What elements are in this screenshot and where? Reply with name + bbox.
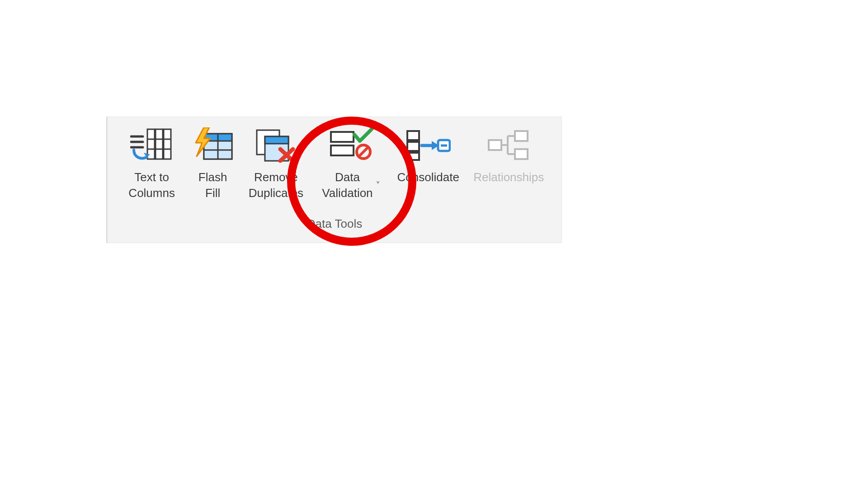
ribbon-group-data-tools: Text toColumns: [106, 117, 562, 243]
svg-rect-25: [331, 145, 354, 155]
ribbon-group-name: Data Tools: [107, 217, 562, 243]
text-to-columns-label: Text toColumns: [128, 169, 175, 201]
svg-rect-21: [265, 136, 288, 144]
relationships-label: Relationships: [473, 169, 544, 185]
dropdown-chevron-icon[interactable]: ˅: [376, 179, 380, 192]
flash-fill-button[interactable]: FlashFill: [185, 125, 240, 202]
consolidate-label: Consolidate: [397, 169, 459, 185]
remove-duplicates-button[interactable]: RemoveDuplicates: [240, 125, 312, 202]
relationships-button: Relationships: [466, 125, 551, 186]
remove-duplicates-icon: [251, 127, 301, 163]
svg-rect-30: [407, 153, 419, 160]
text-to-columns-button[interactable]: Text toColumns: [118, 125, 185, 202]
svg-rect-36: [515, 149, 528, 159]
flash-fill-icon: [188, 127, 238, 163]
data-validation-button[interactable]: DataValidation ˅: [312, 125, 390, 202]
data-validation-label: DataValidation: [322, 169, 373, 201]
svg-rect-29: [407, 142, 419, 151]
remove-duplicates-label: RemoveDuplicates: [249, 169, 303, 201]
svg-rect-28: [407, 131, 419, 140]
svg-rect-35: [515, 131, 528, 141]
svg-rect-1: [156, 129, 163, 159]
svg-rect-24: [331, 132, 354, 142]
text-to-columns-icon: [127, 127, 177, 163]
data-validation-icon: [326, 127, 376, 163]
svg-line-27: [359, 147, 368, 156]
canvas: Text toColumns: [0, 0, 868, 488]
consolidate-icon: [403, 127, 453, 163]
flash-fill-label: FlashFill: [198, 169, 227, 201]
svg-rect-34: [489, 140, 501, 150]
ribbon-group-body: Text toColumns: [107, 117, 562, 217]
relationships-icon: [484, 127, 533, 163]
svg-rect-2: [164, 129, 171, 159]
consolidate-button[interactable]: Consolidate: [390, 125, 466, 186]
